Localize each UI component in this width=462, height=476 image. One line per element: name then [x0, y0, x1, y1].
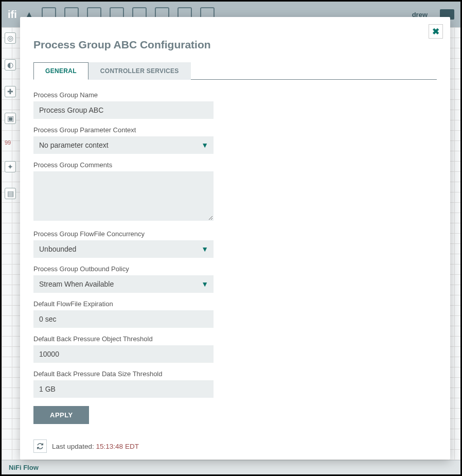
breadcrumb-bar: NiFi Flow: [2, 460, 460, 474]
close-icon: ✖: [432, 26, 439, 37]
side-tag-icon[interactable]: ▣: [5, 113, 16, 124]
label-outbound-policy: Process Group Outbound Policy: [33, 265, 214, 273]
side-operate-icon[interactable]: ◐: [5, 59, 16, 70]
last-updated-label: Last updated:: [52, 443, 96, 450]
config-dialog: ✖ Process Group ABC Configuration GENERA…: [20, 17, 450, 460]
flowfile-expiration-input[interactable]: [33, 310, 214, 328]
side-tool-icon[interactable]: ✚: [5, 86, 16, 97]
label-flowfile-expiration: Default FlowFile Expiration: [33, 300, 214, 308]
tab-bar: GENERAL CONTROLLER SERVICES: [33, 62, 437, 80]
param-context-select[interactable]: No parameter context: [33, 136, 214, 154]
apply-button[interactable]: APPLY: [33, 406, 89, 424]
process-group-name-input[interactable]: [33, 101, 214, 119]
tab-controller-services[interactable]: CONTROLLER SERVICES: [88, 62, 191, 80]
side-navigate-icon[interactable]: ◎: [5, 32, 16, 44]
last-updated-timestamp: 15:13:48 EDT: [96, 443, 139, 450]
label-bp-object-threshold: Default Back Pressure Object Threshold: [33, 335, 214, 343]
label-comments: Process Group Comments: [33, 161, 214, 169]
side-gear-icon[interactable]: ✦: [5, 161, 16, 172]
label-process-group-name: Process Group Name: [33, 91, 214, 99]
comments-textarea[interactable]: [33, 171, 214, 221]
side-counter: 99: [5, 139, 17, 146]
refresh-button[interactable]: [33, 439, 47, 453]
label-bp-size-threshold: Default Back Pressure Data Size Threshol…: [33, 370, 214, 378]
label-param-context: Process Group Parameter Context: [33, 126, 214, 134]
bp-size-threshold-input[interactable]: [33, 380, 214, 398]
label-flowfile-concurrency: Process Group FlowFile Concurrency: [33, 230, 214, 238]
refresh-icon: [37, 443, 44, 450]
tab-general[interactable]: GENERAL: [33, 62, 88, 80]
breadcrumb[interactable]: NiFi Flow: [9, 464, 39, 471]
bp-object-threshold-input[interactable]: [33, 345, 214, 363]
outbound-policy-select[interactable]: Stream When Available: [33, 275, 214, 293]
side-clipboard-icon[interactable]: ▤: [5, 188, 16, 199]
app-logo: ifi: [8, 9, 17, 21]
dialog-title: Process Group ABC Configuration: [33, 39, 437, 51]
close-button[interactable]: ✖: [429, 24, 443, 39]
flowfile-concurrency-select[interactable]: Unbounded: [33, 240, 214, 258]
